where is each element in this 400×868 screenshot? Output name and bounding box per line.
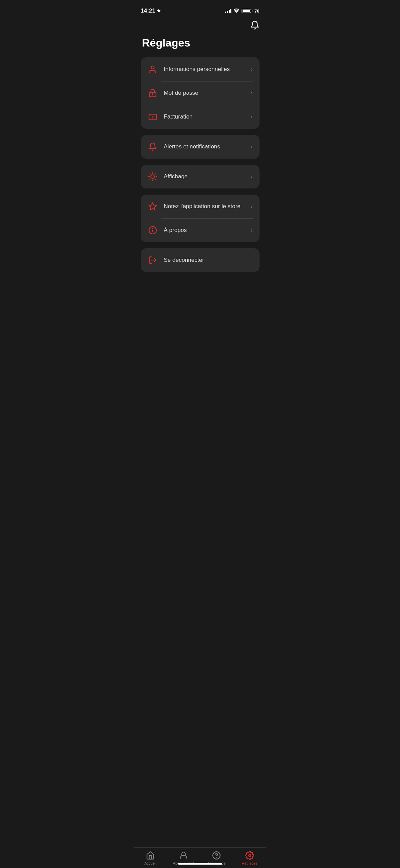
billing-label: Facturation (164, 113, 251, 120)
lock-icon (148, 88, 158, 98)
display-item[interactable]: Affichage › (141, 165, 260, 188)
status-right: 70 (225, 8, 259, 14)
personal-info-label: Informations personnelles (164, 66, 251, 73)
settings-content: Informations personnelles › Mot de passe… (134, 57, 266, 272)
chevron-icon: › (251, 203, 252, 210)
user-icon (148, 64, 158, 74)
personal-info-item[interactable]: Informations personnelles › (141, 57, 260, 81)
rate-item[interactable]: Notez l'application sur le store › (141, 195, 260, 218)
signal-bars (225, 9, 231, 13)
logout-card: Se déconnecter (141, 248, 260, 272)
chevron-icon: › (251, 227, 252, 233)
info-icon (148, 225, 158, 235)
misc-card: Notez l'application sur le store › À pro… (141, 195, 260, 242)
status-bar: 14:21 70 (134, 0, 266, 17)
notifications-card: Alertes et notifications › (141, 135, 260, 159)
logout-label: Se déconnecter (164, 257, 253, 264)
battery-indicator (242, 9, 252, 13)
password-label: Mot de passe (164, 90, 251, 96)
svg-point-0 (151, 66, 154, 69)
wifi-icon (233, 8, 240, 13)
logout-item[interactable]: Se déconnecter (141, 248, 260, 272)
chevron-icon: › (251, 66, 252, 72)
chevron-icon: › (251, 144, 252, 150)
chevron-icon: › (251, 174, 252, 180)
battery-percent: 70 (254, 8, 259, 14)
bell-alert-icon (148, 142, 158, 152)
billing-icon: € (148, 112, 158, 122)
svg-marker-15 (149, 203, 156, 210)
chevron-icon: › (251, 114, 252, 120)
alerts-item[interactable]: Alertes et notifications › (141, 135, 260, 159)
sun-icon (148, 171, 158, 182)
svg-line-14 (155, 174, 155, 175)
account-card: Informations personnelles › Mot de passe… (141, 57, 260, 129)
notification-bell[interactable] (250, 20, 260, 31)
svg-point-6 (151, 175, 154, 179)
logout-icon (148, 255, 158, 265)
billing-item[interactable]: € Facturation › (141, 105, 260, 129)
about-item[interactable]: À propos › (141, 218, 260, 242)
svg-point-3 (152, 94, 153, 94)
display-label: Affichage (164, 173, 251, 180)
svg-text:€: € (151, 115, 153, 119)
chevron-icon: › (251, 90, 252, 96)
display-card: Affichage › (141, 165, 260, 188)
svg-line-9 (150, 174, 150, 175)
page-title: Réglages (134, 31, 266, 57)
star-icon (148, 201, 158, 212)
header (134, 17, 266, 31)
about-label: À propos (164, 227, 251, 234)
password-item[interactable]: Mot de passe › (141, 81, 260, 105)
svg-line-13 (150, 179, 150, 180)
rate-label: Notez l'application sur le store (164, 203, 251, 210)
status-time: 14:21 (141, 7, 161, 14)
svg-point-19 (152, 229, 153, 229)
alerts-label: Alertes et notifications (164, 143, 251, 150)
svg-line-10 (155, 179, 155, 180)
